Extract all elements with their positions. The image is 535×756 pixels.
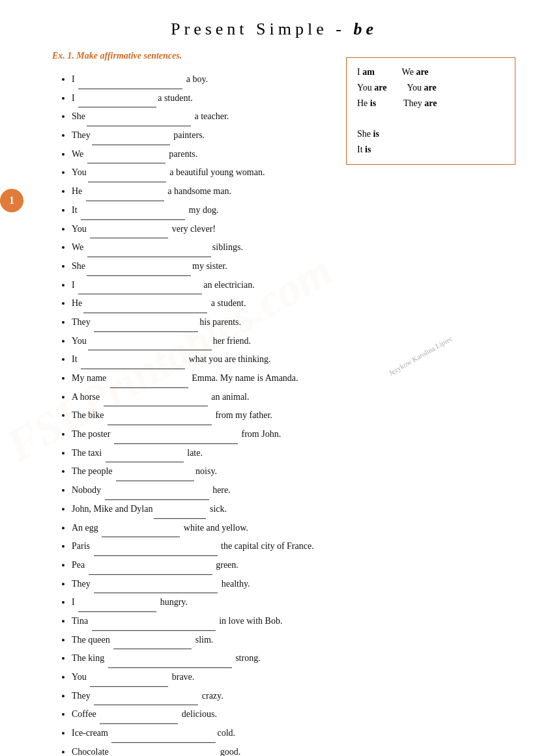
- blank[interactable]: [116, 472, 194, 481]
- blank[interactable]: [83, 304, 207, 313]
- list-item: The people noisy.: [72, 462, 496, 481]
- list-item: Youher friend.: [72, 332, 496, 351]
- blank[interactable]: [110, 379, 188, 388]
- blank[interactable]: [154, 510, 206, 519]
- list-item: I hungry.: [72, 593, 496, 612]
- blank[interactable]: [78, 80, 182, 89]
- blank[interactable]: [100, 715, 178, 724]
- list-item: I a boy.: [72, 70, 496, 89]
- list-item: Coffee delicious.: [72, 705, 496, 724]
- exercise-list: I a boy. I a student. She a teacher. The…: [52, 70, 496, 756]
- page: Present Simple - be Ex. 1. Make affirmat…: [0, 0, 535, 756]
- list-item: Shemy sister.: [72, 257, 496, 276]
- blank[interactable]: [92, 622, 216, 631]
- blank[interactable]: [108, 416, 212, 425]
- list-item: Tina in love with Bob.: [72, 612, 496, 631]
- blank[interactable]: [90, 678, 168, 687]
- blank[interactable]: [102, 528, 180, 537]
- blank[interactable]: [113, 640, 192, 649]
- list-item: A horse an animal.: [72, 388, 496, 407]
- list-item: The poster from John.: [72, 425, 496, 444]
- blank[interactable]: [106, 453, 184, 462]
- title-italic: be: [353, 20, 377, 38]
- list-item: The queen slim.: [72, 631, 496, 650]
- list-item: Paris the capital city of France.: [72, 537, 496, 556]
- page-title: Present Simple - be: [52, 20, 496, 39]
- list-item: They healthy.: [72, 575, 496, 594]
- list-item: They painters.: [72, 126, 496, 145]
- list-item: John, Mike and Dylan sick.: [72, 500, 496, 519]
- list-item: Nobody here.: [72, 481, 496, 500]
- list-item: I an electrician.: [72, 276, 496, 295]
- blank[interactable]: [104, 397, 208, 406]
- blank[interactable]: [89, 566, 212, 575]
- title-main: Present Simple -: [171, 20, 353, 38]
- blank[interactable]: [94, 323, 198, 332]
- list-item: She a teacher.: [72, 107, 496, 126]
- side-badge: 1: [0, 189, 23, 212]
- list-item: Ice-cream cold.: [72, 724, 496, 743]
- blank[interactable]: [87, 248, 211, 257]
- list-item: He a handsome man.: [72, 182, 496, 201]
- list-item: Chocolate good.: [72, 743, 496, 756]
- list-item: We parents.: [72, 145, 496, 164]
- list-item: We siblings.: [72, 238, 496, 257]
- blank[interactable]: [87, 117, 191, 126]
- list-item: He a student.: [72, 294, 496, 313]
- blank[interactable]: [87, 154, 166, 163]
- list-item: The taxi late.: [72, 444, 496, 463]
- list-item: It my dog.: [72, 201, 496, 220]
- list-item: You very clever!: [72, 220, 496, 239]
- blank[interactable]: [94, 584, 218, 593]
- list-item: They his parents.: [72, 313, 496, 332]
- list-item: They crazy.: [72, 687, 496, 706]
- blank[interactable]: [92, 136, 170, 145]
- blank[interactable]: [86, 192, 164, 201]
- list-item: It what you are thinking.: [72, 350, 496, 369]
- blank[interactable]: [87, 267, 191, 276]
- blank[interactable]: [88, 341, 212, 350]
- list-item: You a beautiful young woman.: [72, 163, 496, 182]
- list-item: Pea green.: [72, 556, 496, 575]
- blank[interactable]: [108, 659, 232, 668]
- blank[interactable]: [78, 603, 156, 612]
- blank[interactable]: [78, 285, 202, 294]
- blank[interactable]: [81, 360, 185, 369]
- blank[interactable]: [94, 696, 198, 705]
- blank[interactable]: [88, 173, 166, 182]
- list-item: I a student.: [72, 89, 496, 108]
- blank[interactable]: [78, 98, 156, 107]
- list-item: An egg white and yellow.: [72, 519, 496, 538]
- blank[interactable]: [90, 229, 168, 238]
- blank[interactable]: [94, 547, 218, 556]
- blank[interactable]: [112, 752, 216, 756]
- list-item: My name Emma. My name is Amanda.: [72, 369, 496, 388]
- blank[interactable]: [81, 211, 185, 220]
- blank[interactable]: [114, 435, 238, 444]
- list-item: You brave.: [72, 668, 496, 687]
- list-item: The bike from my father.: [72, 406, 496, 425]
- blank[interactable]: [111, 734, 216, 743]
- blank[interactable]: [105, 491, 209, 500]
- list-item: The king strong.: [72, 649, 496, 668]
